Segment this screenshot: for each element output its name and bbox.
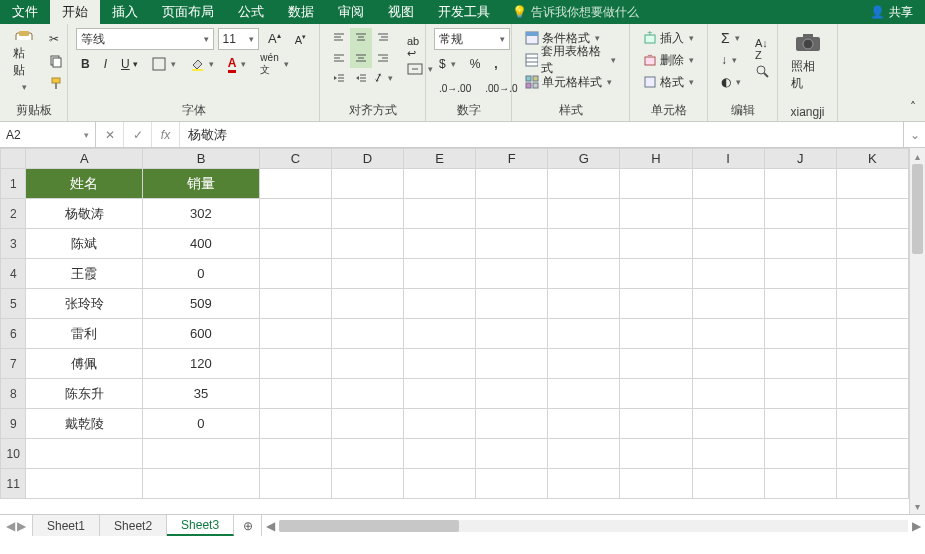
cell[interactable] (476, 169, 548, 199)
cell[interactable] (548, 469, 620, 499)
cell[interactable]: 509 (143, 289, 260, 319)
new-sheet-button[interactable]: ⊕ (234, 515, 262, 536)
cell[interactable] (836, 169, 908, 199)
cell[interactable] (476, 469, 548, 499)
cell[interactable] (692, 379, 764, 409)
cell[interactable] (620, 349, 692, 379)
cell[interactable] (836, 349, 908, 379)
tab-view[interactable]: 视图 (376, 0, 426, 24)
increase-decimal-button[interactable]: .0→.00 (434, 78, 476, 98)
accounting-format-button[interactable]: $ (434, 54, 461, 74)
cell[interactable] (764, 319, 836, 349)
cell[interactable] (836, 199, 908, 229)
cell[interactable] (404, 409, 476, 439)
cell[interactable] (692, 409, 764, 439)
format-painter-button[interactable] (44, 73, 68, 93)
cell[interactable] (259, 469, 331, 499)
col-header-E[interactable]: E (404, 149, 476, 169)
cell[interactable] (259, 199, 331, 229)
align-right[interactable] (372, 48, 394, 68)
cell-styles-button[interactable]: 单元格样式 (520, 72, 621, 92)
scroll-up-button[interactable]: ▴ (910, 148, 925, 164)
cell[interactable] (331, 439, 403, 469)
cell[interactable] (476, 319, 548, 349)
cell[interactable] (143, 439, 260, 469)
tab-insert[interactable]: 插入 (100, 0, 150, 24)
cell[interactable] (692, 349, 764, 379)
sheet-tab-1[interactable]: Sheet1 (33, 515, 100, 536)
italic-button[interactable]: I (99, 54, 112, 74)
cell[interactable] (836, 319, 908, 349)
cell[interactable] (764, 229, 836, 259)
align-left[interactable] (328, 48, 350, 68)
cell[interactable] (548, 319, 620, 349)
cell[interactable] (620, 379, 692, 409)
vscroll-thumb[interactable] (912, 164, 923, 254)
share-button[interactable]: 👤 共享 (858, 0, 925, 24)
row-header[interactable]: 2 (1, 199, 26, 229)
cell[interactable] (620, 199, 692, 229)
col-header-G[interactable]: G (548, 149, 620, 169)
cell[interactable] (836, 469, 908, 499)
cell[interactable] (476, 349, 548, 379)
cell[interactable] (548, 349, 620, 379)
cell[interactable] (331, 199, 403, 229)
cell[interactable]: 杨敬涛 (26, 199, 143, 229)
cell[interactable] (404, 349, 476, 379)
cell[interactable]: 35 (143, 379, 260, 409)
row-header[interactable]: 5 (1, 289, 26, 319)
cell[interactable] (620, 259, 692, 289)
border-button[interactable] (147, 54, 181, 74)
cell[interactable] (692, 169, 764, 199)
cell[interactable] (259, 259, 331, 289)
cell[interactable]: 傅佩 (26, 349, 143, 379)
cell[interactable] (620, 169, 692, 199)
cell[interactable] (331, 169, 403, 199)
cell[interactable] (476, 199, 548, 229)
cell[interactable] (404, 169, 476, 199)
cell[interactable]: 雷利 (26, 319, 143, 349)
underline-button[interactable]: U▾ (116, 54, 143, 74)
vscroll-track[interactable] (910, 164, 925, 498)
cell[interactable] (764, 289, 836, 319)
tab-review[interactable]: 审阅 (326, 0, 376, 24)
cell[interactable] (259, 289, 331, 319)
tab-home[interactable]: 开始 (50, 0, 100, 24)
cell[interactable] (404, 469, 476, 499)
cell[interactable] (764, 169, 836, 199)
cell[interactable] (404, 259, 476, 289)
cell[interactable] (476, 259, 548, 289)
align-center[interactable] (350, 48, 372, 68)
cell[interactable] (259, 169, 331, 199)
number-format-select[interactable]: 常规 (434, 28, 510, 50)
cell[interactable] (692, 289, 764, 319)
cell[interactable] (476, 409, 548, 439)
cell[interactable] (259, 379, 331, 409)
cell[interactable] (692, 439, 764, 469)
format-as-table-button[interactable]: 套用表格格式 (520, 50, 621, 70)
cell[interactable] (764, 439, 836, 469)
collapse-ribbon-button[interactable]: ˄ (905, 97, 921, 117)
cell[interactable]: 302 (143, 199, 260, 229)
camera-button[interactable]: 照相机 (786, 28, 830, 94)
cell[interactable] (620, 439, 692, 469)
tab-file[interactable]: 文件 (0, 0, 50, 24)
autosum-button[interactable]: Σ (716, 28, 746, 48)
cell[interactable] (548, 199, 620, 229)
cell[interactable] (331, 469, 403, 499)
decrease-indent[interactable] (328, 68, 350, 88)
cell[interactable] (620, 319, 692, 349)
horizontal-scrollbar[interactable]: ◀ ▶ (262, 515, 925, 536)
cell[interactable] (331, 409, 403, 439)
cell[interactable] (143, 469, 260, 499)
row-header[interactable]: 9 (1, 409, 26, 439)
col-header-A[interactable]: A (26, 149, 143, 169)
cell[interactable] (692, 469, 764, 499)
cell[interactable] (404, 289, 476, 319)
row-header[interactable]: 8 (1, 379, 26, 409)
scroll-left-button[interactable]: ◀ (266, 519, 275, 533)
cell[interactable] (548, 379, 620, 409)
cell[interactable] (692, 319, 764, 349)
tab-developer[interactable]: 开发工具 (426, 0, 502, 24)
sheet-tab-2[interactable]: Sheet2 (100, 515, 167, 536)
